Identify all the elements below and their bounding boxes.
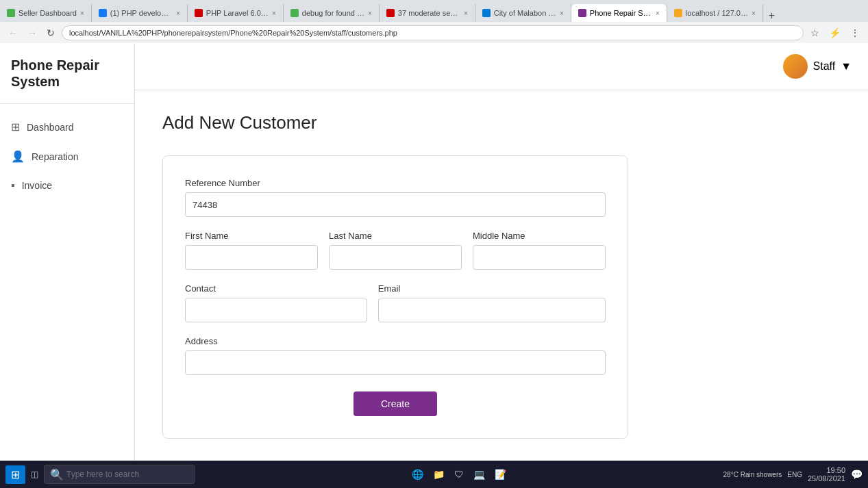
start-button[interactable]: ⊞ [5, 465, 25, 484]
tab-close-1[interactable]: × [80, 10, 84, 17]
taskbar-app-1[interactable]: 🌐 [409, 466, 426, 483]
taskbar-app-4[interactable]: 💻 [471, 466, 488, 483]
tab-4[interactable]: debug for found 4 moderate se...× [284, 4, 380, 22]
first-name-label: First Name [185, 231, 318, 241]
tab-close-3[interactable]: × [272, 10, 276, 17]
reference-number-label: Reference Number [185, 178, 606, 188]
sidebar-item-reparation[interactable]: 👤 Reparation [0, 142, 134, 171]
email-label: Email [378, 283, 606, 294]
email-input[interactable] [378, 298, 606, 322]
sidebar-label-invoice: Invoice [22, 180, 52, 191]
address-input[interactable] [185, 350, 606, 375]
last-name-group: Last Name [329, 231, 462, 270]
name-row: First Name Last Name Middle Name [185, 231, 606, 270]
sidebar-nav: ⊞ Dashboard 👤 Reparation ▪ Invoice [0, 104, 134, 208]
taskbar-search-container[interactable]: 🔍 [44, 465, 195, 484]
reference-number-group: Reference Number [185, 178, 606, 217]
taskbar-app-5[interactable]: 📝 [492, 466, 509, 483]
taskbar-language: ENG [787, 471, 802, 478]
taskbar-right: 28°C Rain showers ENG 19:50 25/08/2021 💬 [723, 466, 863, 483]
last-name-input[interactable] [329, 245, 462, 270]
taskbar-search-input[interactable] [66, 470, 188, 479]
contact-email-row: Contact Email [185, 283, 606, 322]
taskbar-left: ⊞ ◫ 🔍 [5, 465, 195, 484]
tab-bar: Seller Dashboard×(1) PHP developers | Fa… [0, 0, 868, 22]
avatar [783, 54, 808, 79]
reload-button[interactable]: ↻ [44, 26, 58, 40]
new-tab-button[interactable]: + [763, 10, 780, 22]
taskbar-icons: 🌐 📁 🛡 💻 📝 [409, 466, 509, 483]
tab-7[interactable]: Phone Repair System× [571, 4, 667, 22]
tab-6[interactable]: City of Malabon University× [475, 4, 571, 22]
taskbar-weather: 28°C Rain showers [723, 471, 782, 478]
tab-close-5[interactable]: × [464, 10, 468, 17]
tab-close-4[interactable]: × [368, 10, 372, 17]
invoice-icon: ▪ [11, 179, 15, 192]
right-content: Staff ▼ Add New Customer Reference Numbe… [135, 43, 868, 488]
contact-label: Contact [185, 283, 367, 294]
address-group: Address [185, 336, 606, 375]
app-title: Phone Repair System [11, 57, 123, 90]
tab-close-6[interactable]: × [560, 10, 564, 17]
first-name-input[interactable] [185, 245, 318, 270]
reference-number-input[interactable] [185, 192, 606, 217]
user-chevron-icon: ▼ [841, 60, 852, 73]
taskbar-app-2[interactable]: 📁 [430, 466, 447, 483]
sidebar-item-dashboard[interactable]: ⊞ Dashboard [0, 112, 134, 142]
sidebar-label-dashboard: Dashboard [27, 122, 74, 133]
tab-close-7[interactable]: × [656, 10, 660, 17]
tab-2[interactable]: (1) PHP developers | Facebook× [92, 4, 188, 22]
back-button[interactable]: ← [5, 26, 21, 40]
contact-input[interactable] [185, 298, 367, 322]
email-group: Email [378, 283, 606, 322]
browser-chrome: Seller Dashboard×(1) PHP developers | Fa… [0, 0, 868, 43]
search-icon: 🔍 [50, 468, 64, 481]
taskbar-time: 19:50 [808, 466, 845, 474]
extensions-button[interactable]: ⚡ [826, 26, 843, 40]
taskbar-app-3[interactable]: 🛡 [451, 466, 467, 483]
nav-bar: ← → ↻ localhost/VANILLA%20PHP/phonerepai… [0, 22, 868, 43]
tab-8[interactable]: localhost / 127.0.0.1 / phone re...× [667, 4, 763, 22]
sidebar-header: Phone Repair System [0, 43, 134, 104]
last-name-label: Last Name [329, 231, 462, 241]
sidebar-label-reparation: Reparation [32, 151, 79, 162]
page-title: Add New Customer [162, 112, 841, 133]
dashboard-icon: ⊞ [11, 120, 20, 133]
add-customer-form-card: Reference Number First Name Last Name Mi… [162, 155, 628, 439]
middle-name-group: Middle Name [473, 231, 606, 270]
taskbar-notification-icon[interactable]: 💬 [851, 469, 863, 480]
sidebar: Phone Repair System ⊞ Dashboard 👤 Repara… [0, 43, 135, 488]
taskbar-date: 25/08/2021 [808, 474, 845, 483]
tab-3[interactable]: PHP Laravel 6.0 Part 1/5 (Instal...× [188, 4, 284, 22]
tab-close-2[interactable]: × [176, 10, 180, 17]
first-name-group: First Name [185, 231, 318, 270]
topbar: Staff ▼ [135, 43, 868, 90]
tab-close-8[interactable]: × [752, 10, 756, 17]
address-label: Address [185, 336, 606, 346]
reparation-icon: 👤 [11, 150, 25, 163]
create-button[interactable]: Create [354, 391, 437, 416]
sidebar-item-invoice[interactable]: ▪ Invoice [0, 171, 134, 200]
app-container: Phone Repair System ⊞ Dashboard 👤 Repara… [0, 43, 868, 488]
bookmark-button[interactable]: ☆ [808, 26, 822, 40]
menu-button[interactable]: ⋮ [847, 26, 863, 40]
tab-5[interactable]: 37 moderate severity vulnerab...× [380, 4, 475, 22]
middle-name-input[interactable] [473, 245, 606, 270]
address-text: localhost/VANILLA%20PHP/phonerepairsyste… [69, 29, 397, 37]
taskbar: ⊞ ◫ 🔍 🌐 📁 🛡 💻 📝 28°C Rain showers ENG 19… [0, 461, 868, 488]
task-view-button[interactable]: ◫ [28, 468, 41, 480]
contact-group: Contact [185, 283, 367, 322]
tab-1[interactable]: Seller Dashboard× [0, 4, 92, 22]
main-content: Add New Customer Reference Number First … [135, 90, 868, 488]
user-label: Staff [813, 60, 836, 73]
taskbar-clock: 19:50 25/08/2021 [808, 466, 845, 483]
middle-name-label: Middle Name [473, 231, 606, 241]
user-menu[interactable]: Staff ▼ [783, 54, 852, 79]
address-bar[interactable]: localhost/VANILLA%20PHP/phonerepairsyste… [62, 25, 804, 40]
forward-button[interactable]: → [25, 26, 40, 40]
